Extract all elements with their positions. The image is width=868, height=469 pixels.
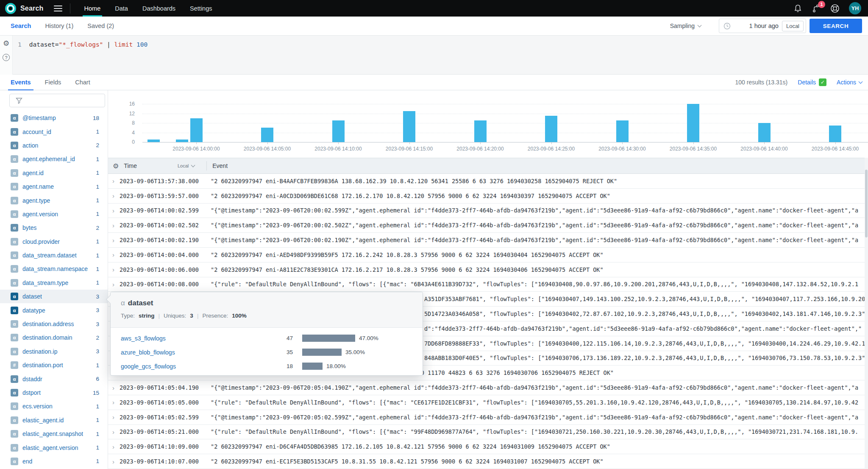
field-item-destination.address[interactable]: αdestination.address3 — [0, 317, 108, 331]
event-row[interactable]: ›2023-09-06T14:10:09.000"2 602320997947 … — [108, 439, 868, 454]
event-row[interactable]: ›2023-09-06T13:57:38.000"2 602320997947 … — [108, 174, 868, 189]
expand-row-icon[interactable]: › — [112, 384, 114, 391]
query-editor[interactable]: ⚙ ? 1 dataset="*_flowlogs" | limit 100 — [0, 36, 868, 75]
event-row[interactable]: ›2023-09-06T14:05:02.599"{"@timestamp":"… — [108, 410, 868, 425]
result-tab-chart[interactable]: Chart — [75, 75, 90, 90]
timezone-toggle[interactable]: Local — [782, 21, 804, 31]
field-item-data_stream.namespace[interactable]: αdata_stream.namespace1 — [0, 262, 108, 276]
value-link[interactable]: aws_s3_flowlogs — [121, 335, 166, 342]
histogram-bar[interactable] — [147, 140, 160, 142]
histogram-bar[interactable] — [176, 140, 188, 142]
notifications-bell-icon[interactable] — [793, 4, 802, 13]
field-item-data_stream.type[interactable]: αdata_stream.type1 — [0, 276, 108, 290]
subnav-tab-search[interactable]: Search — [11, 22, 31, 29]
field-item-elastic_agent.snapshot[interactable]: αelastic_agent.snapshot1 — [0, 427, 108, 441]
nav-item-dashboards[interactable]: Dashboards — [141, 0, 177, 17]
value-link[interactable]: azure_blob_flowlogs — [121, 349, 175, 356]
actions-dropdown[interactable]: Actions — [837, 79, 862, 86]
field-filter-input[interactable] — [9, 94, 105, 107]
expand-row-icon[interactable]: › — [112, 281, 114, 288]
app-logo-icon[interactable] — [5, 3, 16, 14]
field-item-dstport[interactable]: αdstport15 — [0, 386, 108, 399]
field-item-destination.ip[interactable]: αdestination.ip3 — [0, 345, 108, 358]
hamburger-menu-icon[interactable] — [54, 6, 62, 11]
time-range-picker[interactable]: 1 hour ago Local — [719, 19, 806, 33]
field-item-bytes[interactable]: αbytes2 — [0, 221, 108, 234]
event-row[interactable]: ›2023-09-06T13:59:57.000"2 602320997947 … — [108, 189, 868, 204]
help-lifebuoy-icon[interactable] — [830, 4, 840, 13]
field-item-agent.id[interactable]: αagent.id1 — [0, 166, 108, 180]
user-avatar[interactable]: YH — [849, 2, 861, 14]
field-item-end[interactable]: αend1 — [0, 455, 108, 468]
nav-item-settings[interactable]: Settings — [188, 0, 214, 17]
result-tab-events[interactable]: Events — [11, 75, 31, 90]
event-row[interactable]: ›2023-09-06T14:00:04.000"2 602320997947 … — [108, 248, 868, 262]
event-row[interactable]: ›2023-09-06T14:00:02.599"{"@timestamp":"… — [108, 204, 868, 218]
changelog-branch-icon[interactable]: 1 — [812, 4, 821, 13]
expand-row-icon[interactable]: › — [112, 413, 114, 421]
expand-row-icon[interactable]: › — [112, 207, 114, 214]
field-item-@timestamp[interactable]: α@timestamp18 — [0, 111, 108, 125]
details-link[interactable]: Details ✓ — [798, 78, 826, 86]
histogram-bar[interactable] — [403, 111, 415, 142]
histogram-bar[interactable] — [332, 120, 345, 142]
histogram-bar[interactable] — [261, 128, 273, 142]
event-row[interactable]: ›2023-09-06T14:05:05.000"{"rule": "Defau… — [108, 395, 868, 410]
event-row[interactable]: ›2023-09-06T14:00:02.190"{"@timestamp":"… — [108, 233, 868, 248]
histogram-bar[interactable] — [190, 118, 203, 142]
field-item-dataset[interactable]: αdataset3 — [0, 290, 108, 303]
event-row[interactable]: ›2023-09-06T14:00:06.000"2 602320997947 … — [108, 262, 868, 277]
editor-settings-gear-icon[interactable]: ⚙ — [3, 40, 9, 47]
expand-row-icon[interactable]: › — [112, 266, 114, 273]
field-item-elastic_agent.version[interactable]: αelastic_agent.version1 — [0, 441, 108, 454]
field-item-account_id[interactable]: αaccount_id1 — [0, 125, 108, 138]
field-item-datatype[interactable]: αdatatype3 — [0, 303, 108, 317]
event-row[interactable]: ›2023-09-06T14:00:08.000"{"rule": "Defau… — [108, 277, 868, 292]
subnav-tab-history[interactable]: History (1) — [45, 22, 73, 29]
events-histogram[interactable]: 04812162023-09-06 14:00:002023-09-06 14:… — [108, 90, 868, 158]
histogram-bar[interactable] — [829, 126, 841, 142]
field-item-agent.name[interactable]: αagent.name1 — [0, 180, 108, 193]
expand-row-icon[interactable]: › — [112, 251, 114, 258]
event-row[interactable]: ›2023-09-06T14:10:07.000"2 602320997947 … — [108, 454, 868, 469]
vertical-scrollbar[interactable] — [865, 158, 868, 469]
expand-row-icon[interactable]: › — [112, 443, 114, 450]
timezone-dropdown[interactable]: Local — [178, 163, 195, 168]
expand-row-icon[interactable]: › — [112, 222, 114, 229]
expand-row-icon[interactable]: › — [112, 192, 114, 199]
expand-row-icon[interactable]: › — [112, 399, 114, 406]
event-row[interactable]: ›2023-09-06T14:05:21.000"{"rule": "Defau… — [108, 425, 868, 440]
field-item-cloud.provider[interactable]: αcloud.provider1 — [0, 235, 108, 248]
sampling-dropdown[interactable]: Sampling — [670, 22, 701, 29]
histogram-bar[interactable] — [687, 104, 699, 142]
query-text[interactable]: dataset="*_flowlogs" | limit 100 — [29, 41, 147, 48]
scrollbar-thumb[interactable] — [865, 170, 868, 237]
expand-row-icon[interactable]: › — [112, 428, 114, 436]
result-tab-fields[interactable]: Fields — [45, 75, 61, 90]
histogram-bar[interactable] — [616, 120, 629, 142]
field-item-dstaddr[interactable]: αdstaddr6 — [0, 372, 108, 385]
field-item-ecs.version[interactable]: αecs.version1 — [0, 399, 108, 413]
search-button[interactable]: SEARCH — [810, 19, 862, 33]
editor-help-icon[interactable]: ? — [3, 54, 10, 61]
nav-item-home[interactable]: Home — [83, 0, 103, 17]
field-item-agent.ephemeral_id[interactable]: αagent.ephemeral_id1 — [0, 152, 108, 166]
histogram-bar[interactable] — [758, 123, 771, 142]
subnav-tab-saved[interactable]: Saved (2) — [87, 22, 114, 29]
expand-row-icon[interactable]: › — [112, 458, 114, 465]
histogram-bar[interactable] — [545, 116, 557, 142]
field-item-agent.version[interactable]: αagent.version1 — [0, 207, 108, 221]
histogram-bar[interactable] — [474, 120, 487, 142]
expand-row-icon[interactable]: › — [112, 177, 114, 184]
field-item-destination.domain[interactable]: αdestination.domain2 — [0, 331, 108, 344]
event-row[interactable]: ›2023-09-06T14:05:04.190"{"@timestamp":"… — [108, 380, 868, 395]
table-settings-gear-icon[interactable]: ⚙ — [113, 162, 119, 170]
value-link[interactable]: google_gcs_flowlogs — [121, 363, 176, 370]
field-item-elastic_agent.id[interactable]: αelastic_agent.id1 — [0, 413, 108, 427]
field-item-action[interactable]: αaction2 — [0, 139, 108, 152]
field-item-agent.type[interactable]: αagent.type1 — [0, 193, 108, 207]
event-row[interactable]: ›2023-09-06T14:00:02.502"{"@timestamp":"… — [108, 218, 868, 233]
expand-row-icon[interactable]: › — [112, 237, 114, 244]
field-item-data_stream.dataset[interactable]: αdata_stream.dataset1 — [0, 248, 108, 262]
field-item-destination.port[interactable]: #destination.port1 — [0, 358, 108, 372]
